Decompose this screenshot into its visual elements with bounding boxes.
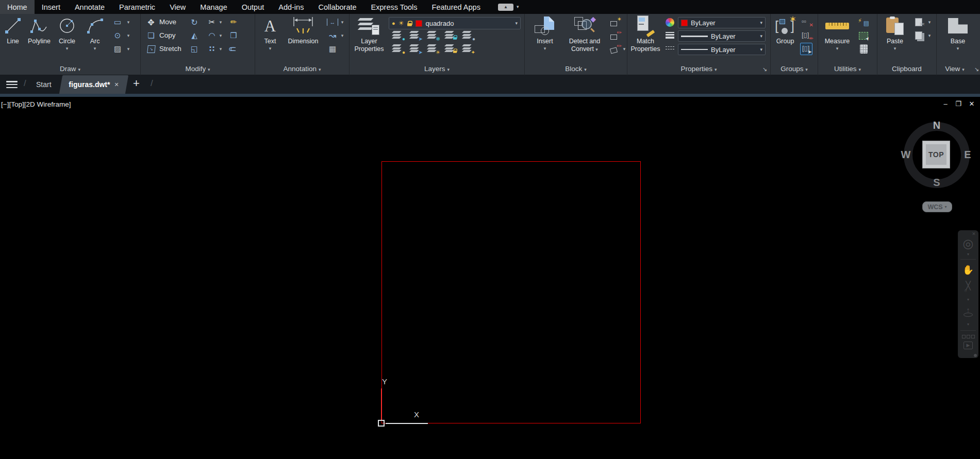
navbar-customize-dot[interactable] [974,354,977,357]
chevron-down-icon[interactable]: ▾ [94,46,96,51]
close-tab-icon[interactable]: ✕ [114,81,119,88]
panel-label-draw[interactable]: Draw ▾ [0,65,140,73]
lineweight-icon[interactable] [663,30,676,41]
define-attributes-icon[interactable]: ✏ [609,44,622,54]
insert-button[interactable]: Insert ▾ [530,15,560,51]
group-button[interactable]: []✶ Group [772,15,799,45]
chevron-down-icon[interactable]: ▾ [760,33,762,39]
hatch-tool-icon[interactable]: ▨ [111,44,124,54]
wcs-dropdown[interactable]: WCS ▾ [922,201,952,212]
trim-icon[interactable]: ✂ [206,17,218,27]
layer-dropdown[interactable]: ● ☀ quadrado ▾ [389,17,521,29]
tab-manage[interactable]: Manage [193,0,234,14]
chevron-down-icon[interactable]: ▾ [340,30,345,41]
panel-label-clipboard[interactable]: Clipboard [877,65,936,73]
navbar-close-icon[interactable]: ✕ [971,231,977,236]
close-viewport-icon[interactable]: ✕ [967,100,977,108]
move-icon[interactable]: ✥ [145,17,157,27]
panel-label-utilities[interactable]: Utilities ▾ [818,65,877,73]
tab-addins[interactable]: Add-ins [271,0,311,14]
tab-parametric[interactable]: Parametric [112,0,162,14]
navigation-bar[interactable]: ✕ ◎ ▾ ✋ ╳ ○ ▾ ↑ ▾ ▶ [958,230,978,358]
viewcube-north[interactable]: N [930,120,943,131]
lineweight-dropdown[interactable]: ByLayer ▾ [678,30,766,42]
viewport-controls-label[interactable]: [−][Top][2D Wireframe] [1,100,71,108]
chevron-down-icon[interactable]: ▾ [894,46,896,51]
chevron-down-icon[interactable]: ▾ [126,17,131,27]
offset-icon[interactable]: ⊂ [225,44,238,54]
panel-label-layers[interactable]: Layers ▾ [350,65,524,73]
panel-cycle-icon[interactable]: ↘ [974,66,979,73]
stretch-button[interactable]: Stretch [159,44,181,54]
tab-start[interactable]: Start [32,75,56,94]
select-similar-icon[interactable]: ➤ [857,30,870,41]
minimize-viewport-icon[interactable]: – [940,100,951,108]
layer-thaw-tool-icon[interactable]: ☀ [426,44,438,53]
tab-featured-apps[interactable]: Featured Apps [425,0,488,14]
viewcube-east[interactable]: E [961,149,974,161]
chevron-down-icon[interactable]: ▾ [126,30,131,41]
layer-unlock-icon[interactable] [408,21,412,26]
layer-on-icon[interactable]: ● [392,20,395,26]
mirror-icon[interactable]: ◭ [188,30,201,41]
quick-select-icon[interactable]: ⚡▤ [857,17,870,27]
viewcube-top-face[interactable]: TOP [922,141,950,168]
paste-button[interactable]: Paste ▾ [881,15,909,51]
tab-annotate[interactable]: Annotate [68,0,112,14]
color-wheel-icon[interactable] [663,17,676,27]
chevron-down-icon[interactable]: ▾ [622,44,627,54]
copy-icon[interactable]: ❏ [145,30,157,41]
tab-insert[interactable]: Insert [35,0,68,14]
stretch-icon[interactable]: ↘ [145,44,157,54]
viewcube-west[interactable]: W [899,149,912,161]
match-properties-button[interactable]: MatchProperties [629,15,661,53]
create-block-icon[interactable]: ✶ [609,17,622,27]
layer-isolate-icon[interactable]: ➤ [408,30,421,40]
ungroup-icon[interactable]: ▫▫✕ [801,17,813,27]
layer-match-icon[interactable]: ✦ [461,44,473,53]
chevron-down-icon[interactable]: ▾ [958,322,978,327]
chevron-down-icon[interactable]: ▾ [760,47,762,52]
drawing-viewport[interactable]: [−][Top][2D Wireframe] – ❐ ✕ Y X N W E S… [0,97,980,459]
line-button[interactable]: Line [1,15,25,45]
layer-lock-icon[interactable] [443,30,456,40]
steering-wheel-icon[interactable]: ◎ [958,236,978,251]
layer-make-current-icon[interactable]: ➤ [408,44,421,53]
chevron-down-icon[interactable]: ▾ [340,17,345,27]
viewcube-south[interactable]: S [930,177,943,189]
erase-icon[interactable]: ✏ [227,17,240,27]
layer-unlock-tool-icon[interactable] [443,44,456,53]
layer-freeze-icon[interactable]: ❄ [426,30,438,40]
leader-icon[interactable]: ↝ [326,30,339,41]
panel-label-groups[interactable]: Groups ▾ [771,65,818,73]
layer-states-icon[interactable]: ● [461,30,473,40]
panel-label-annotation[interactable]: Annotation ▾ [255,65,349,73]
panel-label-block[interactable]: Block ▾ [525,65,627,73]
layer-off-icon[interactable]: ● [391,30,403,40]
tab-view[interactable]: View [162,0,193,14]
copy-clip-icon[interactable] [912,30,925,41]
tab-output[interactable]: Output [235,0,272,14]
base-button[interactable]: Base ▾ [944,15,972,51]
scale-icon[interactable]: ◱ [188,44,201,54]
ucs-origin-icon[interactable] [378,420,385,427]
tab-express-tools[interactable]: Express Tools [364,0,425,14]
fillet-icon[interactable]: ◠ [206,30,218,41]
circle-button[interactable]: Circle ▾ [54,15,80,51]
chevron-down-icon[interactable]: ▾ [269,46,272,51]
file-tabs-menu-icon[interactable] [6,81,18,88]
ribbon-collapse-control[interactable]: ▲ ▾ [498,0,519,14]
chevron-down-icon[interactable]: ▾ [760,20,762,25]
rectangle-tool-icon[interactable]: ▭ [111,17,124,27]
chevron-down-icon[interactable]: ▾ [927,17,932,27]
object-color-dropdown[interactable]: ByLayer ▾ [678,17,766,28]
chevron-down-icon[interactable]: ▾ [927,30,932,41]
chevron-down-icon[interactable]: ▾ [517,5,519,9]
cut-icon[interactable]: ✂ [912,17,925,27]
text-button[interactable]: A Text ▾ [258,15,282,51]
tab-drawing-active[interactable]: figuras.dwt* ✕ [59,75,128,94]
move-button[interactable]: Move [159,17,176,27]
measure-button[interactable]: Measure ▾ [820,15,854,51]
chevron-down-icon[interactable]: ▾ [515,21,518,26]
showmotion-play-icon[interactable]: ▶ [964,342,973,349]
